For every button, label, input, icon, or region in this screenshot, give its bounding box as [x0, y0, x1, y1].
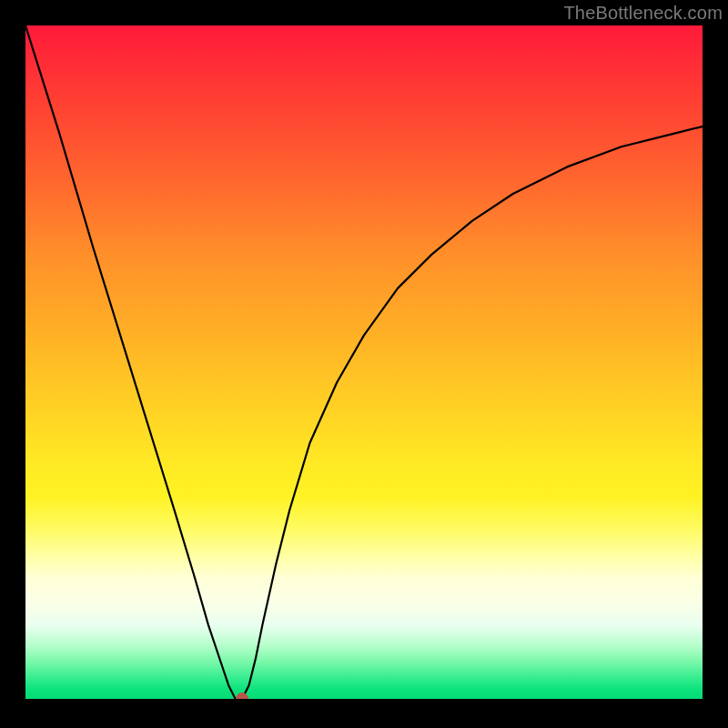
- curve-svg: [25, 25, 703, 699]
- plot-area: [25, 25, 703, 699]
- bottleneck-curve: [25, 25, 703, 699]
- watermark-text: TheBottleneck.com: [563, 3, 723, 24]
- optimal-point-marker: [237, 693, 248, 700]
- chart-frame: TheBottleneck.com: [0, 0, 728, 728]
